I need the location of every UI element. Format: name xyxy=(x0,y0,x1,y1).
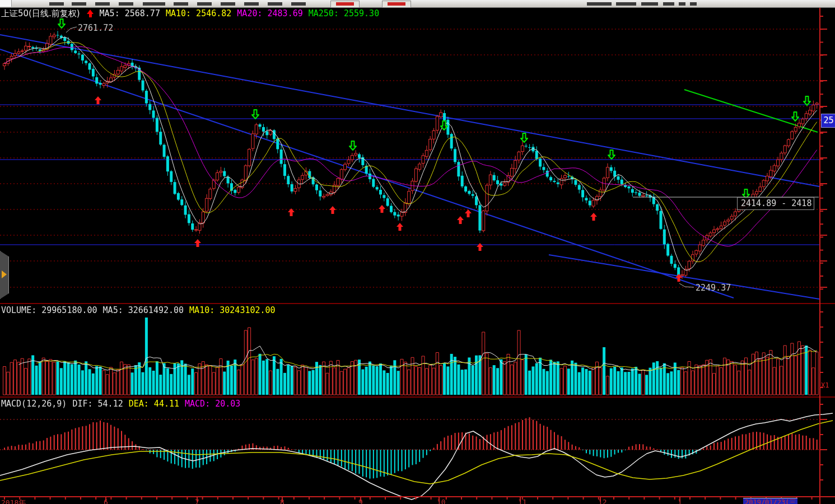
main-chart-header: 上证50(日线.前复权)MA5: 2568.77MA10: 2546.82MA2… xyxy=(1,8,385,19)
menu-item-red[interactable] xyxy=(388,2,405,6)
vol-ma5-label: MA5: 32661492.00 xyxy=(103,305,184,315)
expand-arrow-icon xyxy=(2,270,7,278)
month-label: 10 xyxy=(437,498,446,504)
month-label: 8 xyxy=(280,498,284,504)
volume-label: VOLUME: 29965180.00 xyxy=(1,305,97,315)
month-label: 9 xyxy=(358,498,363,504)
ma10-label: MA10: 2546.82 xyxy=(166,8,231,18)
high-price-annotation: 2761.72 xyxy=(78,23,113,33)
month-label: 7 xyxy=(195,498,199,504)
menu-item[interactable] xyxy=(197,2,212,6)
low-price-annotation: 2249.37 xyxy=(696,283,731,293)
month-label: 6 xyxy=(104,498,108,504)
volume-header: VOLUME: 29965180.00MA5: 32661492.00MA10:… xyxy=(1,305,281,315)
month-label: 12 xyxy=(598,498,607,504)
menu-item[interactable] xyxy=(95,2,110,6)
menu-item[interactable] xyxy=(663,2,674,6)
trading-app-window: 上证50(日线.前复权)MA5: 2568.77MA10: 2546.82MA2… xyxy=(0,0,835,504)
chart-canvas[interactable] xyxy=(0,0,835,504)
price-axis-badge: 25 xyxy=(821,114,835,128)
menu-item[interactable] xyxy=(221,2,235,6)
menu-item[interactable] xyxy=(143,2,165,6)
menu-item[interactable] xyxy=(616,2,636,6)
menu-item[interactable] xyxy=(119,2,133,6)
ma250-label: MA250: 2559.30 xyxy=(309,8,379,18)
menu-item[interactable] xyxy=(244,2,259,6)
macd-params-label: MACD(12,26,9) xyxy=(1,399,67,409)
menu-item[interactable] xyxy=(174,2,188,6)
date-badge[interactable]: 2019/01/23(三 xyxy=(743,498,797,504)
menu-item[interactable] xyxy=(49,2,64,6)
panel-expand-handle[interactable] xyxy=(0,251,9,299)
menu-item[interactable] xyxy=(72,2,86,6)
menu-item[interactable] xyxy=(690,2,697,6)
menu-item-red[interactable] xyxy=(336,2,354,6)
menu-item[interactable] xyxy=(268,2,282,6)
year-label: 2018年 xyxy=(1,498,26,504)
menu-item[interactable] xyxy=(679,2,685,6)
menu-item[interactable] xyxy=(641,2,658,6)
menu-item[interactable] xyxy=(291,2,306,6)
month-label: 11 xyxy=(518,498,527,504)
price-range-box: 2414.89 - 2418 xyxy=(737,197,814,210)
ma20-label: MA20: 2483.69 xyxy=(237,8,302,18)
menu-item[interactable] xyxy=(587,2,612,6)
macd-label: MACD: 20.03 xyxy=(185,399,240,409)
month-label: 1 xyxy=(678,498,682,504)
ma5-label: MA5: 2568.77 xyxy=(100,8,160,18)
up-arrow-icon xyxy=(87,10,94,17)
dea-label: DEA: 44.11 xyxy=(129,399,179,409)
vol-ma10-label: MA10: 30243102.00 xyxy=(189,305,276,315)
macd-header: MACD(12,26,9)DIF: 54.12DEA: 44.11MACD: 2… xyxy=(1,399,246,409)
volume-scale-label[interactable]: X1 xyxy=(821,381,829,389)
symbol-title: 上证50(日线.前复权) xyxy=(1,8,80,18)
dif-label: DIF: 54.12 xyxy=(72,399,123,409)
app-logo xyxy=(0,0,12,7)
menubar[interactable] xyxy=(0,0,835,8)
